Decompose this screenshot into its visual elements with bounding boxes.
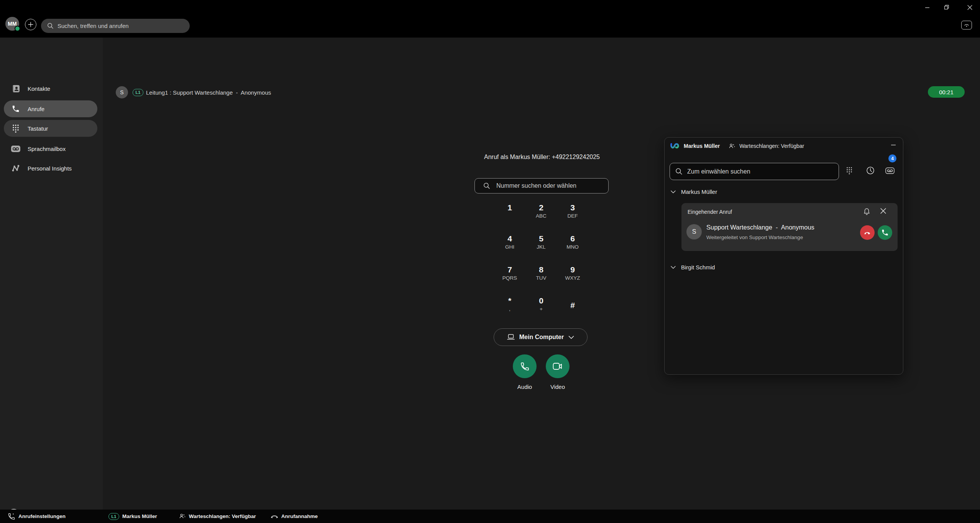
sidebar-item-sprachmailbox[interactable]: Sprachmailbox: [4, 140, 97, 157]
active-call-banner[interactable]: S L1 Leitung1 : Support Warteschlange - …: [116, 86, 972, 99]
panel-search-input[interactable]: [687, 168, 825, 175]
key-digit: 1: [507, 203, 512, 212]
dialpad-icon: [11, 124, 21, 133]
voicemail-icon: [885, 167, 895, 174]
key-digit: 8: [539, 265, 543, 274]
sidebar-item-personal-insights[interactable]: Personal Insights: [4, 160, 97, 177]
key-letters: +: [540, 305, 543, 313]
queue-panel[interactable]: Markus Müller Warteschlangen: Verfügbar …: [664, 137, 903, 375]
dialpad-key-3[interactable]: 3DEF: [557, 202, 588, 233]
incoming-call-card[interactable]: Eingehender Anruf S Support Warteschlang…: [681, 203, 898, 251]
panel-dialpad-button[interactable]: [846, 166, 853, 176]
line-badge: L1: [108, 513, 119, 520]
chevron-down-icon: [671, 190, 676, 193]
panel-section-markus-mueller[interactable]: Markus Müller: [671, 189, 717, 195]
section-label: Markus Müller: [681, 189, 717, 195]
key-letters: JKL: [537, 243, 545, 251]
panel-history-button[interactable]: [866, 166, 875, 176]
dialpad-key-5[interactable]: 5JKL: [525, 233, 557, 264]
queues-status-button[interactable]: Warteschlangen: Verfügbar: [179, 513, 256, 520]
dialpad-key-7[interactable]: 7PQRS: [494, 264, 525, 295]
restore-icon: [944, 5, 949, 10]
top-bar: MM: [0, 0, 980, 38]
laptop-icon: [507, 334, 515, 340]
video-call-button[interactable]: [546, 354, 570, 378]
dialpad-key-9[interactable]: 9WXYZ: [557, 264, 588, 295]
audio-call-button[interactable]: [513, 354, 537, 378]
minimize-icon: [891, 142, 896, 148]
chevron-down-icon: [671, 266, 676, 269]
call-settings-icon: [8, 513, 15, 520]
accept-call-button[interactable]: [878, 225, 892, 240]
sidebar-item-label: Anrufe: [28, 106, 44, 112]
dismiss-call-button[interactable]: [880, 208, 886, 215]
dialpad-key-1[interactable]: 1: [494, 202, 525, 233]
queues-icon: [729, 143, 735, 149]
incoming-call-label: Eingehender Anruf: [688, 209, 732, 215]
panel-voicemail-button[interactable]: [885, 167, 895, 175]
dialpad-icon: [846, 166, 853, 175]
window-restore-button[interactable]: [941, 2, 952, 12]
dial-search[interactable]: [474, 178, 609, 193]
key-letters: GHI: [505, 243, 514, 251]
call-title: Leitung1 : Support Warteschlange - Anony…: [146, 89, 271, 96]
sidebar: Kontakte Anrufe Tastatur Sprachmailbox P…: [0, 38, 103, 510]
key-digit: 6: [570, 234, 575, 243]
active-line-indicator[interactable]: L1 Markus Müller: [108, 513, 157, 520]
dialpad-key-hash[interactable]: #: [557, 295, 588, 326]
caller-avatar: S: [686, 224, 702, 239]
close-icon: [880, 208, 886, 214]
dialpad-key-2[interactable]: 2ABC: [525, 202, 557, 233]
dialpad-key-star[interactable]: *,: [494, 295, 525, 326]
clock-icon: [866, 166, 875, 175]
connect-to-device-button[interactable]: [961, 21, 972, 30]
window-minimize-button[interactable]: [921, 2, 933, 12]
key-letters: WXYZ: [565, 274, 580, 282]
key-letters: PQRS: [502, 274, 517, 282]
personal-insights-icon: [11, 164, 21, 172]
mute-ring-button[interactable]: [863, 208, 870, 217]
window-close-button[interactable]: [964, 2, 975, 12]
add-button[interactable]: [25, 19, 36, 30]
avatar[interactable]: MM: [5, 17, 19, 31]
device-selector-label: Mein Computer: [519, 334, 564, 341]
dialpad-key-6[interactable]: 6MNO: [557, 233, 588, 264]
key-digit: 2: [539, 203, 543, 212]
accept-phone-icon: [881, 229, 889, 236]
audio-device-selector[interactable]: Mein Computer: [494, 328, 588, 346]
queue-panel-header[interactable]: Markus Müller Warteschlangen: Verfügbar: [665, 138, 903, 154]
sidebar-item-tastatur[interactable]: Tastatur: [4, 120, 97, 137]
status-bar: Anrufeinstellungen L1 Markus Müller Wart…: [0, 510, 980, 523]
app-window: MM Kontakte: [0, 0, 980, 523]
global-search[interactable]: [41, 19, 190, 33]
key-letters: MNO: [566, 243, 579, 251]
video-camera-icon: [553, 362, 563, 370]
sidebar-item-anrufe[interactable]: Anrufe: [4, 100, 97, 117]
panel-section-birgit-schmid[interactable]: Birgit Schmid: [671, 264, 715, 271]
dialpad-key-8[interactable]: 8TUV: [525, 264, 557, 295]
sidebar-item-kontakte[interactable]: Kontakte: [4, 80, 97, 97]
call-pickup-button[interactable]: Anrufannahme: [271, 513, 318, 519]
dial-search-input[interactable]: [496, 182, 600, 189]
call-avatar: S: [116, 86, 128, 98]
audio-button-label: Audio: [509, 384, 540, 390]
key-digit: 0: [539, 296, 543, 305]
call-timer: 00:21: [928, 86, 965, 98]
phone-icon: [11, 105, 21, 113]
chevron-down-icon: [568, 336, 574, 339]
sidebar-item-label: Personal Insights: [28, 165, 72, 172]
call-settings-button[interactable]: Anrufeinstellungen: [8, 513, 66, 520]
key-letters: ,: [509, 305, 511, 313]
key-letters: TUV: [536, 274, 547, 282]
dialpad-key-0[interactable]: 0+: [525, 295, 557, 326]
caller-title: Support Warteschlange - Anonymous: [706, 224, 814, 231]
dialpad-key-4[interactable]: 4GHI: [494, 233, 525, 264]
panel-minimize-button[interactable]: [891, 141, 896, 149]
key-digit: #: [570, 301, 575, 310]
line-user-label: Markus Müller: [122, 513, 157, 519]
panel-search[interactable]: [670, 163, 839, 180]
global-search-input[interactable]: [57, 23, 180, 29]
contacts-icon: [11, 84, 21, 93]
decline-call-button[interactable]: [860, 225, 875, 240]
sidebar-item-label: Sprachmailbox: [28, 146, 66, 152]
